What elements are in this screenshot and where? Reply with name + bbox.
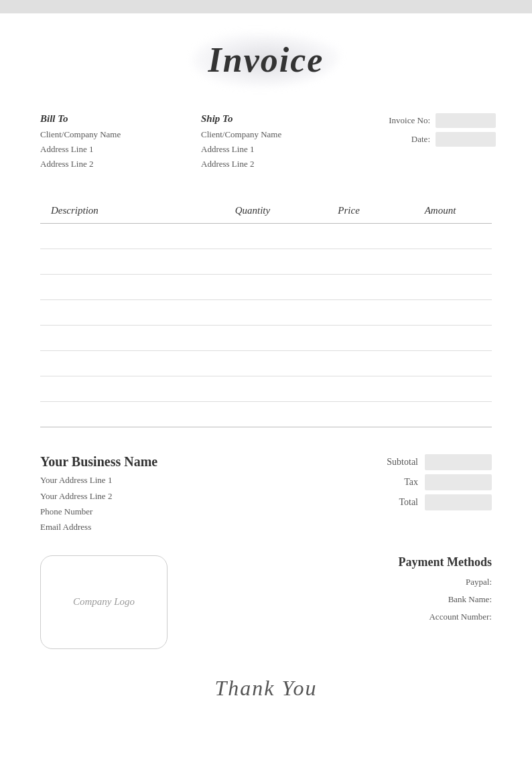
- tax-row: Tax: [324, 474, 492, 490]
- cell-price[interactable]: [309, 326, 389, 351]
- bill-to-address1: Address Line 1: [40, 142, 201, 157]
- ship-to-label: Ship To: [201, 113, 362, 125]
- company-logo-label: Company Logo: [73, 596, 135, 608]
- table-header-row: Description Quantity Price Amount: [40, 198, 492, 224]
- cell-amount[interactable]: [389, 275, 492, 300]
- cell-amount[interactable]: [389, 326, 492, 351]
- cell-amount[interactable]: [389, 300, 492, 326]
- cell-price[interactable]: [309, 249, 389, 275]
- subtotal-field[interactable]: [425, 454, 492, 470]
- table-row: [40, 275, 492, 300]
- table-row: [40, 326, 492, 351]
- thank-you-text: Thank You: [40, 676, 492, 701]
- invoice-page: Invoice Bill To Client/Company Name Addr…: [0, 13, 532, 771]
- total-label: Total: [371, 497, 418, 508]
- total-row: Total: [324, 494, 492, 510]
- invoice-no-label: Invoice No:: [389, 115, 430, 126]
- invoice-header: Invoice: [40, 40, 492, 80]
- cell-desc[interactable]: [40, 351, 196, 376]
- ship-to-address2: Address Line 2: [201, 157, 362, 171]
- cell-qty[interactable]: [196, 249, 309, 275]
- cell-desc[interactable]: [40, 224, 196, 249]
- tax-label: Tax: [371, 477, 418, 488]
- cell-qty[interactable]: [196, 402, 309, 427]
- watercolor-bg: Invoice: [208, 40, 324, 80]
- account-label: Account Number:: [324, 608, 492, 626]
- invoice-meta: Invoice No: Date:: [362, 113, 496, 171]
- col-quantity: Quantity: [196, 198, 309, 224]
- business-address1: Your Address Line 1: [40, 472, 241, 488]
- subtotal-label: Subtotal: [371, 457, 418, 468]
- table-row: [40, 351, 492, 376]
- cell-desc[interactable]: [40, 376, 196, 402]
- bill-to-address2: Address Line 2: [40, 157, 201, 171]
- cell-price[interactable]: [309, 275, 389, 300]
- cell-price[interactable]: [309, 402, 389, 427]
- cell-desc[interactable]: [40, 402, 196, 427]
- ship-to-company: Client/Company Name: [201, 127, 362, 142]
- business-phone: Phone Number: [40, 504, 241, 519]
- cell-price[interactable]: [309, 376, 389, 402]
- table-row: [40, 224, 492, 249]
- table-row: [40, 249, 492, 275]
- cell-qty[interactable]: [196, 300, 309, 326]
- company-logo-box[interactable]: Company Logo: [40, 555, 168, 649]
- payment-title: Payment Methods: [324, 555, 492, 569]
- ship-to-column: Ship To Client/Company Name Address Line…: [201, 113, 362, 171]
- cell-amount[interactable]: [389, 224, 492, 249]
- cell-amount[interactable]: [389, 249, 492, 275]
- totals-section: Subtotal Tax Total: [324, 454, 492, 510]
- invoice-no-row: Invoice No:: [389, 113, 496, 128]
- bill-to-column: Bill To Client/Company Name Address Line…: [40, 113, 201, 171]
- cell-qty[interactable]: [196, 224, 309, 249]
- business-info: Your Business Name Your Address Line 1 Y…: [40, 454, 241, 535]
- total-field[interactable]: [425, 494, 492, 510]
- col-amount: Amount: [389, 198, 492, 224]
- col-description: Description: [40, 198, 196, 224]
- table-row: [40, 376, 492, 402]
- cell-desc[interactable]: [40, 300, 196, 326]
- payment-section: Payment Methods Paypal: Bank Name: Accou…: [324, 555, 492, 626]
- cell-desc[interactable]: [40, 249, 196, 275]
- cell-price[interactable]: [309, 351, 389, 376]
- paypal-label: Paypal:: [324, 573, 492, 591]
- date-label: Date:: [411, 134, 430, 145]
- invoice-no-field[interactable]: [436, 113, 496, 128]
- footer-section: Your Business Name Your Address Line 1 Y…: [40, 454, 492, 535]
- business-address2: Your Address Line 2: [40, 488, 241, 504]
- cell-amount[interactable]: [389, 402, 492, 427]
- table-row: [40, 402, 492, 427]
- bill-to-label: Bill To: [40, 113, 201, 125]
- invoice-table: Description Quantity Price Amount: [40, 198, 492, 427]
- cell-desc[interactable]: [40, 326, 196, 351]
- ship-to-address1: Address Line 1: [201, 142, 362, 157]
- logo-payment-section: Company Logo Payment Methods Paypal: Ban…: [40, 555, 492, 649]
- subtotal-row: Subtotal: [324, 454, 492, 470]
- invoice-title: Invoice: [208, 40, 324, 80]
- cell-price[interactable]: [309, 300, 389, 326]
- cell-qty[interactable]: [196, 326, 309, 351]
- cell-amount[interactable]: [389, 351, 492, 376]
- cell-qty[interactable]: [196, 275, 309, 300]
- cell-price[interactable]: [309, 224, 389, 249]
- cell-qty[interactable]: [196, 376, 309, 402]
- cell-desc[interactable]: [40, 275, 196, 300]
- business-name: Your Business Name: [40, 454, 241, 470]
- bill-ship-section: Bill To Client/Company Name Address Line…: [40, 113, 492, 171]
- table-row: [40, 300, 492, 326]
- date-row: Date:: [411, 132, 496, 147]
- bill-to-company: Client/Company Name: [40, 127, 201, 142]
- business-email: Email Address: [40, 519, 241, 535]
- cell-amount[interactable]: [389, 376, 492, 402]
- cell-qty[interactable]: [196, 351, 309, 376]
- date-field[interactable]: [436, 132, 496, 147]
- col-price: Price: [309, 198, 389, 224]
- thank-you-section: Thank You: [40, 676, 492, 701]
- tax-field[interactable]: [425, 474, 492, 490]
- bank-label: Bank Name:: [324, 591, 492, 608]
